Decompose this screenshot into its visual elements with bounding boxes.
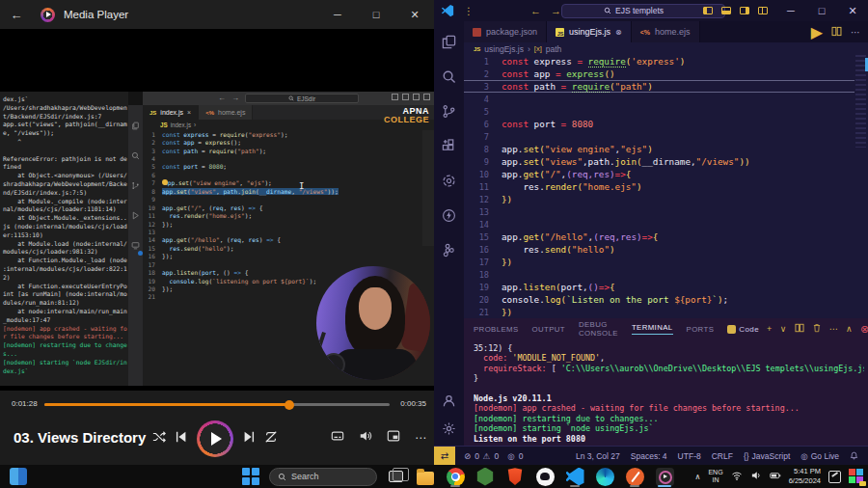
forward-icon[interactable]: → — [551, 5, 561, 16]
panel-tab-problems[interactable]: PROBLEMS — [474, 325, 519, 334]
minimize-icon[interactable]: ─ — [775, 0, 806, 21]
go-live-button[interactable]: ◎Go Live — [800, 451, 839, 461]
tab-home-ejs[interactable]: home.ejs — [632, 21, 700, 42]
subtitles-icon[interactable] — [331, 429, 344, 447]
video-terminal-line: er:1153:10) — [3, 231, 126, 240]
clock[interactable]: 5:41 PM6/25/2024 — [789, 467, 821, 486]
terminal-output[interactable]: 35:12) { code: 'MODULE_NOT_FOUND', requi… — [474, 343, 864, 444]
maximize-panel-icon[interactable]: ∧ — [846, 324, 853, 334]
search-icon[interactable] — [442, 69, 456, 88]
video-area[interactable]: dex.js`/Users/shradhakhapra/WebDevelopme… — [0, 29, 434, 391]
language-mode[interactable]: {}JavaScript — [744, 451, 790, 461]
seek-thumb[interactable] — [285, 400, 294, 410]
close-icon[interactable]: ✕ — [837, 0, 868, 21]
toggle-panel-icon[interactable] — [721, 7, 731, 14]
video-terminal-line: at Module.load (node:internal/ — [3, 240, 126, 249]
battery-icon[interactable] — [770, 468, 781, 485]
split-terminal-icon[interactable] — [795, 323, 804, 335]
split-editor-icon[interactable] — [831, 23, 842, 41]
maximize-icon[interactable]: □ — [357, 0, 395, 29]
repeat-off-icon[interactable] — [264, 430, 278, 447]
ai-assistant-icon[interactable] — [442, 174, 456, 192]
more-options-icon[interactable]: ⋯ — [415, 431, 426, 445]
tab-package-json[interactable]: package.json — [464, 21, 547, 42]
volume-icon[interactable] — [359, 429, 372, 447]
vscode-search-input[interactable] — [615, 6, 683, 15]
video-terminal-line: at Function.executeUserEntryPo — [3, 283, 126, 291]
task-view-icon[interactable] — [384, 466, 407, 487]
previous-icon[interactable] — [175, 430, 188, 447]
mini-player-icon[interactable] — [387, 429, 400, 447]
close-panel-icon[interactable]: ⊗ — [860, 323, 868, 336]
close-icon[interactable]: ⊗ — [615, 28, 622, 37]
panel-tab-ports[interactable]: PORTS — [687, 325, 715, 334]
chrome-taskbar-icon[interactable] — [444, 466, 467, 487]
video-terminal-line — [3, 147, 126, 155]
vscode-taskbar-icon[interactable] — [563, 466, 586, 487]
indentation[interactable]: Spaces: 4 — [631, 451, 667, 461]
problems-indicator[interactable]: ⊘0 ⚠0 — [464, 451, 499, 461]
maximize-icon[interactable]: □ — [806, 0, 837, 21]
file-explorer-icon[interactable] — [414, 466, 437, 487]
toggle-secondary-sidebar-icon[interactable] — [740, 7, 749, 14]
shuffle-icon[interactable] — [152, 430, 166, 447]
more-actions-icon[interactable]: ⋯ — [829, 324, 838, 334]
play-button[interactable] — [197, 420, 233, 457]
settings-icon[interactable] — [442, 421, 456, 436]
hidden-icons-chevron[interactable]: ∧ — [695, 473, 701, 481]
menu-icon[interactable]: ⋮ — [464, 6, 474, 16]
seek-bar[interactable] — [44, 403, 390, 406]
extensions-icon[interactable] — [442, 139, 456, 157]
back-icon[interactable]: ← — [530, 5, 541, 16]
tray-app-icon[interactable] — [849, 469, 864, 484]
github-taskbar-icon[interactable] — [533, 466, 556, 487]
encoding[interactable]: UTF-8 — [678, 451, 701, 461]
edge-taskbar-icon[interactable] — [593, 466, 616, 487]
node-taskbar-icon[interactable] — [474, 466, 497, 487]
media-player-taskbar-icon[interactable] — [653, 466, 676, 487]
orange-app-taskbar-icon[interactable] — [623, 466, 646, 487]
seek-fill — [44, 403, 289, 406]
panel-tab-terminal[interactable]: TERMINAL — [632, 323, 673, 335]
vscode-search-box[interactable] — [561, 4, 725, 18]
taskbar-search[interactable]: Search — [269, 468, 377, 486]
kill-terminal-icon[interactable] — [812, 323, 822, 335]
brave-taskbar-icon[interactable] — [503, 466, 527, 487]
breadcrumb[interactable]: JS usingEjs.js › [x] path — [464, 42, 868, 55]
toggle-sidebar-icon[interactable] — [703, 7, 713, 14]
code-line: 7 — [464, 130, 854, 143]
speaker-icon[interactable] — [750, 468, 762, 485]
next-icon[interactable] — [242, 430, 256, 447]
thunder-client-icon[interactable] — [442, 208, 456, 227]
search-icon — [131, 147, 140, 164]
new-terminal-icon[interactable]: + — [767, 324, 773, 334]
minimize-icon[interactable]: ─ — [318, 0, 357, 29]
language-indicator[interactable]: ENGIN — [708, 469, 722, 484]
start-button[interactable] — [239, 466, 262, 487]
notifications-icon[interactable] — [850, 451, 858, 460]
panel-tab-debug-console[interactable]: DEBUG CONSOLE — [579, 320, 618, 338]
design-tool-icon[interactable] — [442, 243, 456, 261]
code-line: 4 — [143, 154, 422, 162]
eol[interactable]: CRLF — [712, 451, 733, 461]
more-actions-icon[interactable]: ⋯ — [851, 27, 860, 38]
widgets-icon[interactable] — [10, 468, 27, 485]
close-icon[interactable]: ✕ — [395, 0, 434, 29]
video-editor-titlebar: ← → EJSdir — [143, 92, 434, 105]
accounts-icon[interactable] — [442, 393, 456, 408]
back-icon[interactable]: ← — [0, 8, 33, 22]
tab-usingejs-js[interactable]: usingEjs.js ⊗ — [547, 21, 632, 42]
cursor-position[interactable]: Ln 3, Col 27 — [576, 451, 620, 461]
wifi-icon[interactable] — [731, 468, 743, 485]
customize-layout-icon[interactable] — [758, 7, 768, 14]
chevron-down-icon[interactable]: ∨ — [780, 324, 787, 334]
remote-indicator[interactable]: ⇄ — [434, 447, 455, 465]
pen-input-icon[interactable] — [828, 471, 841, 483]
explorer-icon[interactable] — [442, 35, 456, 53]
code-editor[interactable]: 1const express = require('express')2cons… — [464, 55, 854, 318]
run-file-icon[interactable]: ▶ — [811, 23, 823, 41]
source-control-icon[interactable] — [442, 104, 456, 122]
panel-tab-output[interactable]: OUTPUT — [532, 325, 565, 334]
terminal-shell-chip[interactable]: Code — [727, 325, 759, 334]
ports-indicator[interactable]: ◎0 — [507, 451, 523, 461]
